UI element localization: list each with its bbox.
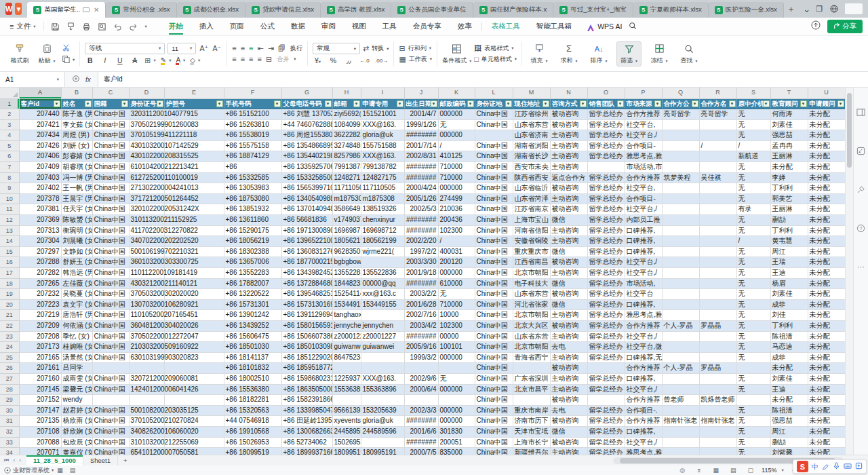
cell[interactable]: 留学总经办 [587, 236, 625, 247]
cell[interactable]: wjrme221( [361, 246, 404, 257]
cell[interactable]: 留学总经办 [587, 119, 625, 130]
cell[interactable]: 153205639 [361, 405, 404, 416]
cell[interactable]: 未分配 [808, 183, 845, 194]
cell[interactable]: 留学总经办 [587, 268, 625, 279]
cell[interactable]: +86 13053983 [224, 183, 281, 194]
cell[interactable]: 000000 [438, 109, 475, 120]
cell[interactable]: 吴晓蔓 (女 [61, 289, 92, 300]
filter-dropdown-button[interactable]: ▼ [157, 100, 163, 107]
cell[interactable]: 2002/3/3 [404, 405, 438, 416]
copy-icon[interactable] [62, 55, 70, 64]
cell[interactable]: 李文茹 (女 [61, 119, 92, 130]
cell[interactable]: China中国 [92, 448, 129, 455]
task-pane-icon[interactable] [856, 108, 865, 118]
cell[interactable]: 主动咨询 [550, 130, 587, 141]
search-icon[interactable] [629, 20, 637, 33]
wps-ai-button[interactable]: WPS AI [597, 22, 622, 31]
menu-tab-7[interactable]: 工具 [374, 18, 405, 35]
cell[interactable]: 207282 [19, 268, 61, 279]
cell[interactable]: 留学总经办 [587, 426, 625, 437]
cell[interactable]: m1875308 [361, 193, 404, 204]
cell[interactable] [438, 363, 475, 374]
cell[interactable]: 207108 [19, 426, 61, 437]
cell[interactable]: 无 [736, 437, 770, 448]
cell[interactable]: China中国 [92, 352, 129, 363]
filter-dropdown-button[interactable]: ▼ [505, 100, 512, 107]
cell[interactable]: 合作方推荐 [625, 172, 662, 183]
filter-dropdown-button[interactable]: ▼ [580, 100, 587, 107]
cell[interactable]: XXX@163. [361, 119, 404, 130]
cell[interactable]: China中国 [475, 119, 513, 130]
cell[interactable]: 重庆重庆市 [513, 246, 550, 257]
thousands-button[interactable]: ٫٫ [344, 56, 354, 64]
column-header-N[interactable]: N [550, 88, 587, 98]
cell[interactable]: 无 [736, 162, 770, 173]
cell[interactable]: 142401200006041426 [129, 384, 164, 395]
cell[interactable]: 207219 [19, 310, 61, 321]
cell[interactable]: 留学总经办 [587, 310, 625, 321]
header-cell[interactable]: 申请顾问▼ [808, 98, 845, 109]
cell[interactable]: +86 1340540988 [281, 193, 332, 204]
cell[interactable] [699, 183, 736, 194]
cell[interactable] [662, 289, 699, 300]
cell[interactable]: 留学总经办 [587, 172, 625, 183]
sort-button[interactable]: A↓ 排序▾ [587, 43, 611, 65]
cell[interactable] [736, 363, 770, 374]
cell[interactable]: 主动咨询 [550, 448, 587, 455]
column-header-T[interactable]: T [770, 88, 808, 98]
cell[interactable]: 122593794 [332, 373, 361, 384]
cell[interactable]: 207409 [19, 162, 61, 173]
cell[interactable]: 内部员工推 [625, 215, 662, 226]
cell[interactable]: 370503200302020020 [129, 289, 164, 300]
redo-icon[interactable] [129, 22, 138, 31]
cell[interactable]: 罗晶晶 [699, 363, 736, 374]
cell[interactable]: 主动咨询 [550, 162, 587, 173]
cell[interactable]: ######## [404, 278, 438, 289]
cell[interactable]: +86 田延岭1395 [281, 416, 332, 427]
cell[interactable]: China中国 [92, 193, 129, 204]
cell[interactable]: 799138782 [361, 162, 404, 173]
zoom-dropdown-icon[interactable]: ▾ [781, 468, 783, 473]
cell[interactable]: 1999/3/2 [404, 352, 438, 363]
cell[interactable]: 207381 [19, 204, 61, 215]
cell[interactable]: 新航道 [736, 151, 770, 162]
cell[interactable]: 无 [736, 342, 770, 353]
cell[interactable]: +86 56681836 [281, 215, 332, 226]
cell[interactable]: 电子科技大 [513, 278, 550, 289]
cell[interactable]: jennychen [332, 320, 361, 331]
row-number-10[interactable]: 10 [0, 193, 19, 204]
format-painter-button[interactable]: 格式刷 [7, 43, 32, 65]
cell[interactable] [662, 236, 699, 247]
menu-tab-3[interactable]: 公式 [252, 18, 283, 35]
cell[interactable]: +86 1859518772 [281, 363, 332, 374]
header-cell[interactable]: 身份证地▼ [475, 98, 513, 109]
cell[interactable]: 未分配 [808, 416, 845, 427]
header-cell[interactable]: 姓名▼ [61, 98, 92, 109]
filter-dropdown-button[interactable]: ▼ [85, 100, 92, 107]
cell[interactable]: +86 15731301 [224, 299, 281, 310]
cell[interactable] [662, 331, 699, 342]
cell[interactable]: 无 [736, 130, 770, 141]
conditional-format-button[interactable]: 条件格式▾ [442, 43, 471, 65]
cell[interactable]: 612725200110100019 [129, 172, 164, 183]
cell[interactable]: 无 [736, 373, 770, 384]
cell[interactable]: 山东省东营 [513, 331, 550, 342]
cell[interactable]: 陈祖清 [770, 405, 808, 416]
cell[interactable]: 被动咨询 [550, 437, 587, 448]
cell[interactable]: 口碑推荐, [625, 225, 662, 236]
cell[interactable]: 000000 [438, 268, 475, 279]
page-layout-icon[interactable]: ▤ [727, 467, 740, 474]
cell[interactable]: 王瑞 [770, 257, 808, 268]
sum-button[interactable]: Σ 求和▾ [557, 43, 581, 65]
decrease-font-button[interactable]: A⁻ [212, 44, 222, 52]
cell[interactable]: China中国 [475, 352, 513, 363]
cell[interactable] [662, 437, 699, 448]
cell[interactable]: 去电 [550, 405, 587, 416]
cell[interactable]: 留学总经办 [587, 352, 625, 363]
cell[interactable]: 无 [736, 183, 770, 194]
cell[interactable]: 河北省张家 [513, 299, 550, 310]
file-menu-button[interactable]: ≡ 文件 ▾ [5, 22, 39, 31]
cell[interactable]: +86 1598680231 [281, 373, 332, 384]
cell[interactable]: 罗晶晶 [699, 320, 736, 331]
cell[interactable]: 207208 [19, 331, 61, 342]
